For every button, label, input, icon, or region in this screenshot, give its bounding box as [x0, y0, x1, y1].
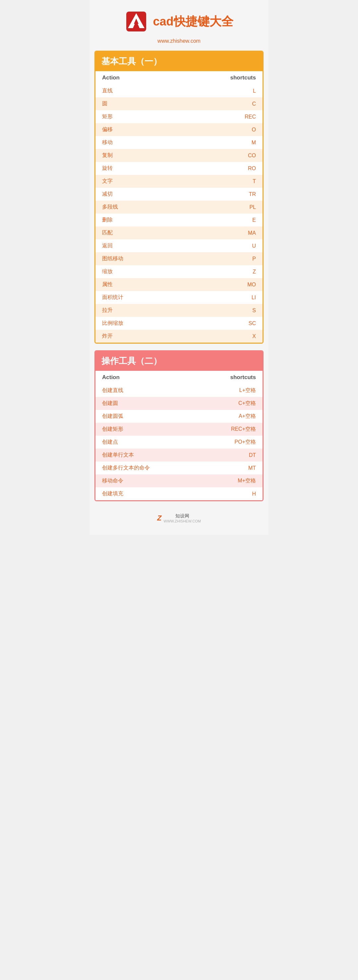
- action-cell: 移动: [96, 136, 174, 149]
- shortcut-cell: C: [174, 97, 262, 110]
- table-row: 文字 T: [96, 175, 262, 188]
- action-cell: 炸开: [96, 330, 174, 343]
- svg-rect-3: [128, 28, 144, 30]
- table-row: 复制 CO: [96, 149, 262, 162]
- section2-table-header: Action shortcuts: [96, 371, 262, 384]
- table-row: 创建单行文本 DT: [96, 449, 262, 461]
- shortcut-cell: MA: [174, 226, 262, 239]
- table-row: 旋转 RO: [96, 162, 262, 175]
- table-row: 创建圆 C+空格: [96, 397, 262, 410]
- footer-url: WWW.ZHISHEW.COM: [164, 519, 201, 523]
- action-cell: 创建填充: [96, 487, 198, 500]
- action-cell: 偏移: [96, 123, 174, 136]
- autocad-logo: [125, 10, 148, 33]
- table-row: 拉升 S: [96, 304, 262, 317]
- footer-brand: 知设网: [175, 513, 189, 519]
- page-wrapper: cad快捷键大全 www.zhishew.com 基本工具（一） Action …: [90, 0, 268, 535]
- table-row: 圆 C: [96, 97, 262, 110]
- shortcut-cell: REC: [174, 110, 262, 123]
- table-row: 创建直线 L+空格: [96, 384, 262, 397]
- table-row: 创建点 PO+空格: [96, 436, 262, 449]
- action-cell: 匹配: [96, 226, 174, 239]
- table-row: 返回 U: [96, 239, 262, 252]
- section1-header: 基本工具（一）: [96, 52, 262, 71]
- shortcut-cell: LI: [174, 291, 262, 304]
- action-cell: 复制: [96, 149, 174, 162]
- table-row: 属性 MO: [96, 278, 262, 291]
- shortcut-cell: C+空格: [198, 397, 262, 410]
- table-row: 移动 M: [96, 136, 262, 149]
- action-cell: 直线: [96, 84, 174, 97]
- footer: Z 知设网 WWW.ZHISHEW.COM: [94, 508, 264, 525]
- action-cell: 创建圆: [96, 397, 198, 410]
- action-cell: 创建点: [96, 436, 198, 449]
- section1-col2-header: shortcuts: [174, 71, 262, 84]
- shortcut-cell: S: [174, 304, 262, 317]
- table-row: 创建填充 H: [96, 487, 262, 500]
- action-cell: 创建直线: [96, 384, 198, 397]
- action-cell: 创建单行文本: [96, 449, 198, 461]
- shortcut-cell: U: [174, 239, 262, 252]
- table-row: 创建圆弧 A+空格: [96, 410, 262, 423]
- shortcut-cell: PL: [174, 200, 262, 213]
- action-cell: 旋转: [96, 162, 174, 175]
- table-row: 减切 TR: [96, 188, 262, 200]
- shortcut-cell: CO: [174, 149, 262, 162]
- shortcut-cell: X: [174, 330, 262, 343]
- action-cell: 圆: [96, 97, 174, 110]
- shortcut-cell: DT: [198, 449, 262, 461]
- table-row: 炸开 X: [96, 330, 262, 343]
- action-cell: 比例缩放: [96, 317, 174, 330]
- table-row: 多段线 PL: [96, 200, 262, 213]
- shortcut-cell: L: [174, 84, 262, 97]
- shortcut-cell: L+空格: [198, 384, 262, 397]
- shortcut-cell: E: [174, 213, 262, 226]
- table-row: 偏移 O: [96, 123, 262, 136]
- shortcut-cell: O: [174, 123, 262, 136]
- footer-z-letter: Z: [157, 514, 161, 522]
- section1-title: 基本工具（一）: [101, 56, 162, 66]
- footer-logo: Z 知设网 WWW.ZHISHEW.COM: [157, 513, 201, 523]
- action-cell: 矩形: [96, 110, 174, 123]
- table-row: 图纸移动 P: [96, 252, 262, 265]
- table-row: 面积统计 LI: [96, 291, 262, 304]
- action-cell: 面积统计: [96, 291, 174, 304]
- shortcut-cell: SC: [174, 317, 262, 330]
- header-title: cad快捷键大全: [153, 14, 233, 30]
- action-cell: 删除: [96, 213, 174, 226]
- action-cell: 创建矩形: [96, 423, 198, 436]
- section-basic-tools: 基本工具（一） Action shortcuts 直线 L 圆 C 矩形 REC…: [94, 51, 264, 344]
- section1-table-header: Action shortcuts: [96, 71, 262, 84]
- action-cell: 移动命令: [96, 474, 198, 487]
- section2-col2-header: shortcuts: [198, 371, 262, 384]
- shortcut-cell: MT: [198, 461, 262, 474]
- table-row: 矩形 REC: [96, 110, 262, 123]
- action-cell: 属性: [96, 278, 174, 291]
- action-cell: 创建圆弧: [96, 410, 198, 423]
- table-row: 直线 L: [96, 84, 262, 97]
- shortcut-cell: PO+空格: [198, 436, 262, 449]
- section2-title: 操作工具（二）: [101, 356, 162, 366]
- table-row: 创建多行文本的命令 MT: [96, 461, 262, 474]
- action-cell: 缩放: [96, 265, 174, 278]
- table-row: 缩放 Z: [96, 265, 262, 278]
- section-operation-tools: 操作工具（二） Action shortcuts 创建直线 L+空格 创建圆 C…: [94, 350, 264, 501]
- action-cell: 返回: [96, 239, 174, 252]
- action-cell: 减切: [96, 188, 174, 200]
- action-cell: 创建多行文本的命令: [96, 461, 198, 474]
- section1-col1-header: Action: [96, 71, 174, 84]
- shortcut-cell: M: [174, 136, 262, 149]
- shortcut-cell: Z: [174, 265, 262, 278]
- section2-table: Action shortcuts 创建直线 L+空格 创建圆 C+空格 创建圆弧…: [96, 371, 262, 500]
- shortcut-cell: T: [174, 175, 262, 188]
- header-subtitle: www.zhishew.com: [94, 38, 264, 44]
- shortcut-cell: TR: [174, 188, 262, 200]
- section2-header: 操作工具（二）: [96, 351, 262, 371]
- shortcut-cell: H: [198, 487, 262, 500]
- shortcut-cell: REC+空格: [198, 423, 262, 436]
- action-cell: 多段线: [96, 200, 174, 213]
- table-row: 移动命令 M+空格: [96, 474, 262, 487]
- shortcut-cell: MO: [174, 278, 262, 291]
- shortcut-cell: P: [174, 252, 262, 265]
- shortcut-cell: RO: [174, 162, 262, 175]
